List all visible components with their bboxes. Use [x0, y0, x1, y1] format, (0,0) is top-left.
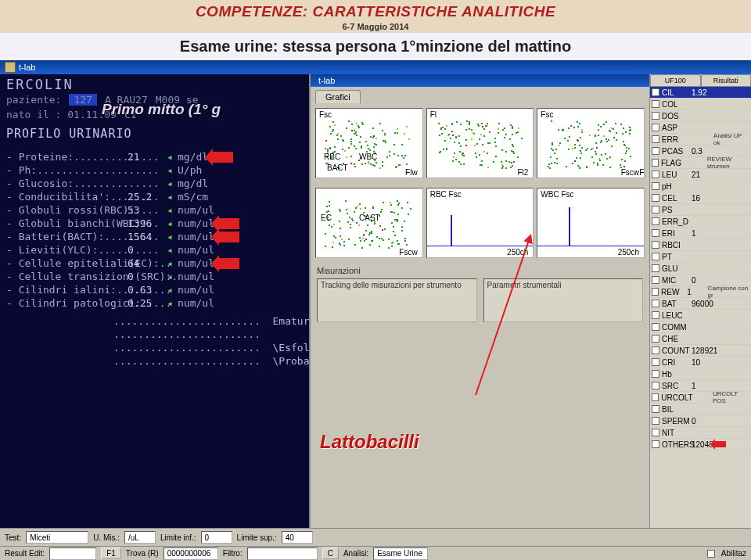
checkbox[interactable]	[652, 288, 659, 296]
field-lsup[interactable]: 40	[282, 531, 313, 544]
checkbox[interactable]	[652, 124, 659, 131]
c-button[interactable]: C	[322, 547, 339, 559]
red-arrow-icon	[219, 218, 239, 229]
uf-row[interactable]: DOS	[650, 110, 751, 122]
uf-row[interactable]: COMM	[650, 321, 751, 333]
checkbox[interactable]	[652, 147, 659, 155]
field-trova[interactable]: 0000000006	[163, 547, 218, 560]
uf-row[interactable]: ERI1	[650, 228, 751, 239]
uf-value: 0	[692, 276, 715, 285]
checkbox[interactable]	[652, 323, 659, 331]
uf-name: CHE	[662, 335, 692, 343]
field-test[interactable]: Miceti	[26, 531, 88, 544]
histogram-chart[interactable]: WBC Fsc250ch	[537, 188, 645, 258]
uf-name: ERR_D	[662, 217, 692, 226]
uf-row[interactable]: RBCI	[650, 239, 751, 251]
checkbox[interactable]	[652, 112, 659, 120]
uf-row[interactable]: SPERM0	[650, 415, 751, 427]
uf-row[interactable]: COUNT128921	[650, 345, 751, 357]
field-analisi[interactable]: Esame Urine	[373, 547, 428, 560]
checkbox[interactable]	[652, 229, 659, 237]
uf-name: LEU	[662, 171, 692, 179]
uf-row[interactable]: CRI10	[650, 357, 751, 368]
tracking-title: Tracking delle misurazioni per strumento	[321, 281, 473, 289]
checkbox[interactable]	[652, 405, 659, 413]
uf-name: COL	[662, 100, 692, 109]
uf-row[interactable]: ERR_D	[650, 216, 751, 228]
checkbox[interactable]	[652, 335, 659, 343]
uf-name: pH	[662, 182, 692, 191]
uf-row[interactable]: FLAGREVIEW strumen	[650, 157, 751, 169]
checkbox[interactable]	[652, 206, 659, 214]
param-value: 0.25	[128, 297, 167, 309]
uf-row[interactable]: GLU	[650, 263, 751, 275]
tracking-box[interactable]: Tracking delle misurazioni per strumento	[317, 278, 477, 322]
param-label: - Globuli rossi(RBC):....	[6, 204, 128, 216]
checkbox[interactable]	[652, 429, 659, 436]
checkbox[interactable]	[652, 417, 659, 425]
checkbox[interactable]	[652, 300, 659, 307]
uf-row[interactable]: REW1Campione con gr	[650, 286, 751, 298]
checkbox[interactable]	[652, 311, 659, 319]
checkbox[interactable]	[652, 370, 659, 378]
f1-button[interactable]: F1	[101, 547, 121, 559]
uf-row[interactable]: CEL16	[650, 192, 751, 204]
checkbox[interactable]	[652, 135, 659, 143]
param-value: 64	[128, 257, 167, 269]
param-label: - Cilindri patologici:.....	[6, 297, 128, 309]
window-title: t-lab	[19, 63, 35, 72]
chk-abilita[interactable]	[707, 550, 715, 558]
checkbox[interactable]	[652, 276, 659, 284]
scatter-chart[interactable]: ECCASTFscw	[315, 188, 423, 258]
checkbox[interactable]	[652, 241, 659, 249]
uf-row[interactable]: URCOLTURCOLT POS	[650, 392, 751, 404]
field-umis[interactable]: /uL	[124, 531, 156, 544]
checkbox[interactable]	[652, 217, 659, 225]
lbl-test: Test:	[5, 533, 21, 542]
param-unit: num/ul	[178, 217, 214, 229]
uf-row[interactable]: OTHERS12048	[650, 439, 751, 451]
uf-row[interactable]: ERRAnalisi UF ok	[650, 134, 751, 145]
checkbox[interactable]	[652, 88, 659, 96]
checkbox[interactable]	[652, 264, 659, 272]
checkbox[interactable]	[652, 253, 659, 260]
tick-icon: ◂	[167, 217, 178, 229]
field-result-edit[interactable]	[49, 547, 96, 560]
field-filtro[interactable]	[247, 547, 318, 560]
checkbox[interactable]	[652, 182, 659, 190]
checkbox[interactable]	[652, 346, 659, 354]
uf-row[interactable]: BIL	[650, 404, 751, 415]
uf-row[interactable]: BAT96000	[650, 298, 751, 310]
uf-row[interactable]: NIT	[650, 427, 751, 439]
checkbox[interactable]	[652, 382, 659, 389]
checkbox[interactable]	[652, 393, 659, 401]
uf-row[interactable]: CIL1.92	[650, 87, 751, 99]
histogram-chart[interactable]: RBC Fsc250ch	[426, 188, 534, 258]
uf-row[interactable]: Hb	[650, 368, 751, 380]
tick-icon: ◂	[167, 164, 178, 176]
checkbox[interactable]	[652, 100, 659, 108]
scatter-chart[interactable]: FscFscwFl	[537, 108, 645, 178]
uf-name: COUNT	[662, 346, 692, 355]
field-linf[interactable]: 0	[201, 531, 232, 544]
uf-row[interactable]: PT	[650, 251, 751, 263]
scatter-chart[interactable]: FscRBCWBCBACTFlw	[315, 108, 423, 178]
uf-row[interactable]: LEUC	[650, 310, 751, 321]
checkbox[interactable]	[652, 171, 659, 178]
tab-risultati[interactable]: Risultati	[701, 74, 752, 86]
checkbox[interactable]	[652, 194, 659, 202]
uf-row[interactable]: LEU21	[650, 169, 751, 181]
uf-row[interactable]: COL	[650, 99, 751, 110]
scatter-chart[interactable]: FlFl2	[426, 108, 534, 178]
tab-grafici[interactable]: Grafici	[315, 90, 361, 103]
uf-value: 10	[692, 358, 715, 367]
checkbox[interactable]	[652, 159, 659, 167]
note-row: ........................	[0, 328, 309, 341]
checkbox[interactable]	[652, 440, 659, 448]
tab-uf100[interactable]: UF100	[650, 74, 701, 86]
red-arrow-icon	[219, 232, 239, 242]
uf-row[interactable]: CHE	[650, 333, 751, 345]
uf-row[interactable]: pH	[650, 181, 751, 192]
checkbox[interactable]	[652, 358, 659, 366]
uf-row[interactable]: PS	[650, 204, 751, 216]
